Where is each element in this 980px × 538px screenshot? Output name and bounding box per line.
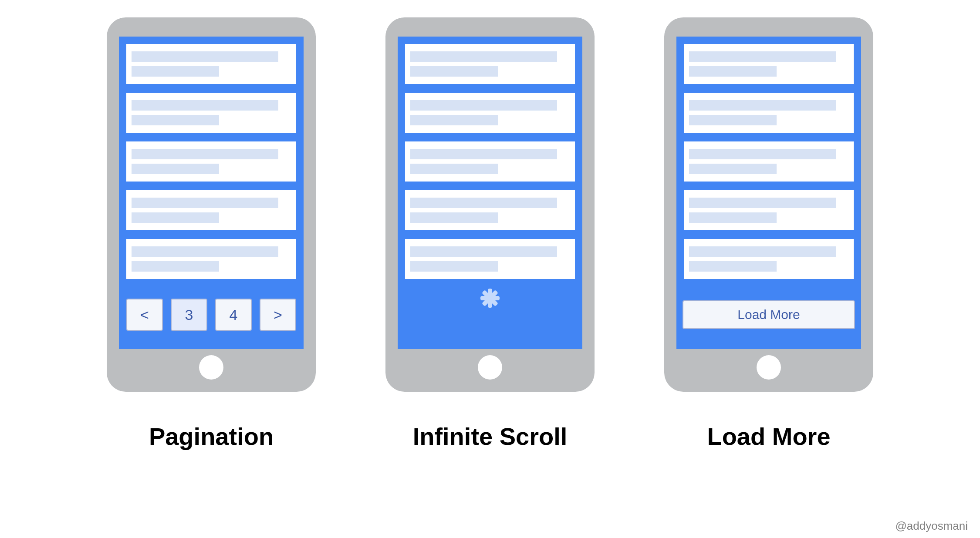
skeleton-line xyxy=(410,198,557,208)
home-button[interactable] xyxy=(199,355,223,380)
pager: < 3 4 > xyxy=(125,299,297,331)
list-item xyxy=(404,238,576,280)
diagram-row: < 3 4 > Pagination xyxy=(26,17,954,451)
infinite-scroll-footer xyxy=(404,286,576,343)
load-more-column: Load More Load More xyxy=(664,17,873,451)
pager-page-button[interactable]: 3 xyxy=(171,299,207,331)
skeleton-line xyxy=(689,246,836,257)
skeleton-line xyxy=(410,149,557,159)
skeleton-line xyxy=(689,149,836,159)
skeleton-line xyxy=(410,261,498,272)
pager-next-button[interactable]: > xyxy=(260,299,296,331)
skeleton-line xyxy=(132,212,219,223)
list-item xyxy=(125,91,297,134)
phone-infinite-scroll xyxy=(385,17,595,392)
skeleton-line xyxy=(410,66,498,77)
skeleton-line xyxy=(132,246,278,257)
skeleton-line xyxy=(132,198,278,208)
list-item xyxy=(683,43,855,85)
skeleton-line xyxy=(410,212,498,223)
list-item xyxy=(683,91,855,134)
list-item xyxy=(125,43,297,85)
list-item xyxy=(404,140,576,183)
skeleton-line xyxy=(689,164,777,174)
list-item xyxy=(404,91,576,134)
phone-screen: Load More xyxy=(676,37,861,349)
pager-prev-button[interactable]: < xyxy=(126,299,163,331)
phone-pagination: < 3 4 > xyxy=(107,17,316,392)
skeleton-line xyxy=(689,66,777,77)
list-item xyxy=(404,43,576,85)
caption-pagination: Pagination xyxy=(149,422,274,451)
list-item xyxy=(125,189,297,232)
list-item xyxy=(683,238,855,280)
pager-page-button[interactable]: 4 xyxy=(215,299,252,331)
home-button[interactable] xyxy=(757,355,781,380)
phone-screen xyxy=(398,37,582,349)
skeleton-line xyxy=(410,51,557,62)
loading-spinner-icon xyxy=(474,299,506,330)
caption-infinite-scroll: Infinite Scroll xyxy=(413,422,568,451)
skeleton-line xyxy=(132,149,278,159)
credit-text: @addyosmani xyxy=(895,519,968,533)
phone-load-more: Load More xyxy=(664,17,873,392)
list-item xyxy=(683,189,855,232)
load-more-button[interactable]: Load More xyxy=(683,300,855,329)
load-more-footer: Load More xyxy=(683,286,855,343)
list-item xyxy=(404,189,576,232)
skeleton-line xyxy=(689,115,777,125)
skeleton-line xyxy=(132,51,278,62)
infinite-scroll-column: Infinite Scroll xyxy=(385,17,595,451)
home-button[interactable] xyxy=(478,355,502,380)
list-item xyxy=(125,140,297,183)
pagination-column: < 3 4 > Pagination xyxy=(107,17,316,451)
skeleton-line xyxy=(132,66,219,77)
list-item xyxy=(683,140,855,183)
skeleton-line xyxy=(410,246,557,257)
pagination-footer: < 3 4 > xyxy=(125,286,297,343)
skeleton-line xyxy=(410,164,498,174)
skeleton-line xyxy=(689,212,777,223)
skeleton-line xyxy=(689,198,836,208)
skeleton-line xyxy=(689,100,836,111)
phone-screen: < 3 4 > xyxy=(119,37,304,349)
skeleton-line xyxy=(410,115,498,125)
skeleton-line xyxy=(132,100,278,111)
skeleton-line xyxy=(410,100,557,111)
caption-load-more: Load More xyxy=(707,422,830,451)
skeleton-line xyxy=(689,261,777,272)
skeleton-line xyxy=(689,51,836,62)
skeleton-line xyxy=(132,261,219,272)
list-item xyxy=(125,238,297,280)
skeleton-line xyxy=(132,115,219,125)
skeleton-line xyxy=(132,164,219,174)
